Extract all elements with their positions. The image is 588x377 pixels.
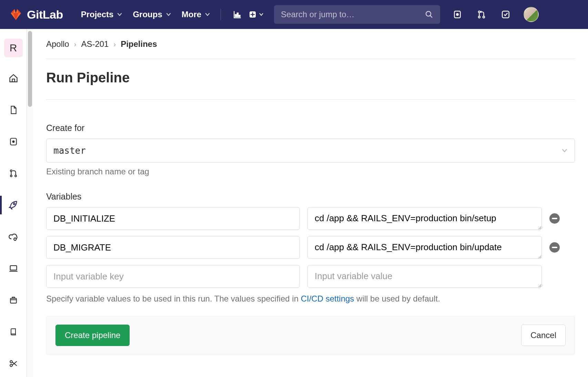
help-prefix: Specify variable values to be used in th… (46, 294, 301, 303)
brand-home[interactable]: GitLab (10, 8, 63, 21)
project-initial: R (4, 39, 23, 57)
nav-projects[interactable]: Projects (81, 10, 123, 19)
nav-separator (221, 9, 221, 20)
svg-point-17 (14, 238, 16, 241)
nav-projects-label: Projects (81, 10, 114, 19)
variable-key-input[interactable] (46, 207, 300, 230)
svg-point-9 (483, 16, 485, 18)
project-sidebar: R (0, 29, 27, 377)
ci-cd-settings-link[interactable]: CI/CD settings (301, 294, 354, 303)
sidebar-item-merge-requests[interactable] (0, 160, 27, 187)
create-pipeline-button[interactable]: Create pipeline (55, 325, 130, 346)
sidebar-item-registry[interactable] (0, 255, 27, 282)
sidebar-item-operations[interactable] (0, 223, 27, 250)
create-for-section: Create for master Existing branch name o… (46, 123, 575, 176)
svg-point-21 (10, 364, 12, 367)
nav-right-icons (451, 7, 539, 22)
issues-icon (453, 10, 462, 19)
breadcrumb-current: Pipelines (121, 39, 157, 49)
svg-rect-18 (10, 266, 17, 270)
breadcrumb-project[interactable]: AS-201 (81, 39, 109, 49)
variable-value-input[interactable] (307, 207, 542, 230)
divider (46, 99, 575, 100)
cloud-gear-icon (9, 232, 18, 242)
chevron-down-icon (166, 12, 171, 17)
sidebar-item-ci-cd[interactable] (0, 192, 27, 218)
breadcrumb-root[interactable]: Apollo (46, 39, 69, 49)
svg-point-8 (478, 16, 480, 18)
scrollbar-thumb[interactable] (28, 31, 32, 107)
scissors-icon (9, 359, 18, 368)
svg-rect-22 (552, 218, 557, 219)
main-content: Apollo › AS-201 › Pipelines Run Pipeline… (33, 29, 588, 377)
book-icon (9, 327, 18, 336)
sidebar-item-project-home[interactable] (0, 65, 27, 92)
svg-rect-2 (239, 15, 240, 17)
variable-key-input[interactable] (46, 265, 300, 288)
variables-help-text: Specify variable values to be used in th… (46, 294, 575, 304)
svg-rect-0 (235, 14, 236, 17)
sidebar-scrollbar[interactable] (27, 29, 33, 377)
minus-icon (552, 247, 557, 248)
create-new-button[interactable] (250, 8, 262, 21)
variable-value-input[interactable] (307, 236, 542, 259)
activity-chart-button[interactable] (231, 8, 244, 21)
chevron-right-icon: › (113, 40, 116, 48)
svg-point-4 (426, 11, 431, 16)
svg-point-15 (15, 175, 17, 177)
cancel-button[interactable]: Cancel (521, 325, 566, 346)
sidebar-item-wiki[interactable] (0, 318, 27, 345)
merge-request-icon (477, 10, 486, 19)
nav-more-label: More (182, 10, 201, 19)
chart-icon (233, 10, 242, 19)
svg-rect-23 (552, 247, 557, 248)
branch-value: master (53, 145, 86, 156)
variable-value-input[interactable] (307, 265, 542, 288)
chevron-down-icon (205, 12, 210, 17)
global-search[interactable] (274, 5, 440, 24)
home-icon (9, 73, 18, 83)
chevron-down-icon (259, 12, 264, 17)
svg-rect-1 (237, 13, 238, 17)
laptop-icon (9, 264, 18, 273)
chevron-right-icon: › (74, 40, 77, 48)
sidebar-item-issues[interactable] (0, 128, 27, 155)
remove-variable-button[interactable] (549, 242, 560, 253)
plus-icon (249, 10, 257, 19)
help-suffix: will be used by default. (354, 294, 440, 303)
nav-groups[interactable]: Groups (133, 10, 171, 19)
variable-row (46, 207, 575, 230)
sidebar-item-repository[interactable] (0, 96, 27, 123)
chevron-down-icon (561, 147, 568, 154)
remove-variable-button[interactable] (549, 213, 560, 224)
issues-icon (9, 137, 18, 146)
divider (46, 59, 575, 59)
svg-point-6 (456, 13, 458, 15)
branch-select[interactable]: master (46, 139, 575, 163)
top-navbar: GitLab Projects Groups More (0, 0, 588, 29)
sidebar-item-snippets[interactable] (0, 350, 27, 377)
minus-icon (552, 218, 557, 219)
nav-more[interactable]: More (182, 10, 210, 19)
nav-links: Projects Groups More (81, 10, 210, 19)
rocket-icon (9, 200, 18, 210)
issues-shortcut[interactable] (451, 8, 464, 21)
nav-icon-group-left (231, 8, 262, 21)
todos-shortcut[interactable] (499, 8, 512, 21)
project-badge[interactable]: R (0, 36, 27, 60)
variable-key-input[interactable] (46, 236, 300, 259)
gitlab-logo-icon (10, 8, 22, 21)
variable-row (46, 236, 575, 259)
create-for-label: Create for (46, 123, 575, 133)
file-icon (9, 105, 18, 114)
breadcrumb: Apollo › AS-201 › Pipelines (46, 39, 575, 49)
search-input[interactable] (281, 10, 425, 19)
merge-request-icon (9, 169, 18, 178)
user-avatar[interactable] (524, 7, 539, 22)
svg-point-12 (12, 141, 14, 143)
merge-requests-shortcut[interactable] (475, 8, 488, 21)
chevron-down-icon (117, 12, 122, 17)
svg-point-16 (13, 203, 15, 205)
sidebar-item-packages[interactable] (0, 287, 27, 314)
variables-section: Variables Specify va (46, 192, 575, 304)
